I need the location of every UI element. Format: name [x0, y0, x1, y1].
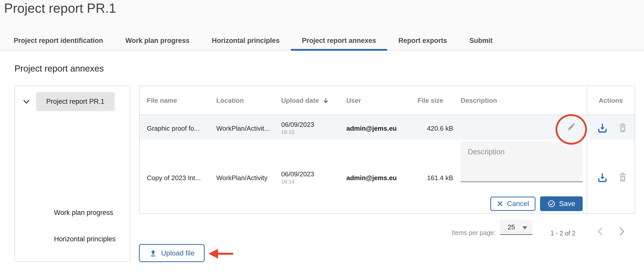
column-header-user[interactable]: User	[346, 97, 361, 105]
download-file-button[interactable]	[597, 172, 608, 183]
tab-horizontal-principles[interactable]: Horizontal principles	[201, 31, 291, 50]
upload-file-button[interactable]: Upload file	[139, 244, 205, 262]
upload-date-cell: 06/09/2023	[281, 170, 314, 178]
pencil-icon	[566, 121, 577, 132]
save-button[interactable]: Save	[540, 196, 583, 211]
description-textarea[interactable]	[461, 142, 583, 182]
annotation-arrow	[207, 247, 234, 261]
sort-arrow-down-icon	[323, 97, 329, 104]
file-size-cell: 420.6 kB	[418, 125, 453, 132]
close-icon	[497, 200, 503, 207]
tab-work-plan-progress[interactable]: Work plan progress	[114, 31, 201, 50]
page-title: Project report PR.1	[4, 1, 116, 16]
upload-date-cell: 06/09/2023	[281, 121, 314, 129]
upload-icon	[149, 249, 157, 258]
column-header-description: Description	[461, 97, 497, 105]
upload-time-cell: 16:15	[281, 129, 295, 135]
upload-time-cell: 16:14	[281, 179, 295, 185]
delete-file-button[interactable]	[617, 122, 628, 133]
previous-page-button[interactable]	[595, 226, 606, 237]
next-page-button[interactable]	[616, 226, 627, 237]
tab-project-report-identification[interactable]: Project report identification	[3, 31, 114, 50]
user-cell: admin@jems.eu	[346, 125, 397, 132]
annex-tree-panel: Project report PR.1 Work plan progress H…	[14, 86, 130, 262]
page-header: Project report PR.1 Project report ident…	[0, 0, 644, 51]
column-header-file-size[interactable]: File size	[418, 97, 443, 105]
chevron-right-icon	[616, 226, 627, 237]
download-file-button[interactable]	[597, 122, 608, 134]
page-range-label: 1 - 2 of 2	[550, 230, 576, 237]
project-report-screen: Project report PR.1 Project report ident…	[0, 0, 644, 273]
column-header-actions: Actions	[587, 97, 635, 105]
file-name-cell: Copy of 2023 Int...	[147, 174, 201, 182]
location-cell: WorkPlan/Activity	[216, 174, 267, 182]
tree-item-project-report[interactable]: Project report PR.1	[36, 92, 115, 111]
tab-report-exports[interactable]: Report exports	[387, 31, 458, 50]
active-tab-indicator	[291, 49, 387, 51]
tab-project-report-annexes[interactable]: Project report annexes	[291, 31, 387, 50]
items-per-page-label: Items per page:	[452, 229, 496, 236]
trash-icon	[617, 172, 628, 183]
chevron-left-icon	[595, 226, 606, 237]
download-icon	[597, 172, 608, 183]
items-per-page-value: 25	[508, 223, 515, 231]
dropdown-arrow-icon	[522, 226, 527, 229]
file-size-cell: 161.4 kB	[418, 174, 453, 182]
user-cell: admin@jems.eu	[346, 174, 397, 182]
column-header-upload-date[interactable]: Upload date	[281, 97, 329, 105]
trash-icon	[617, 122, 628, 133]
edit-description-button[interactable]	[566, 121, 577, 132]
table-header-row: File name Location Upload date User File…	[140, 86, 635, 115]
tab-bar: Project report identification Work plan …	[3, 31, 504, 50]
delete-file-button[interactable]	[617, 172, 628, 183]
section-heading: Project report annexes	[14, 63, 104, 74]
chevron-down-icon[interactable]	[22, 97, 31, 106]
tab-submit[interactable]: Submit	[458, 31, 504, 50]
check-circle-icon	[547, 200, 556, 208]
column-header-file-name[interactable]: File name	[147, 97, 177, 105]
column-header-location[interactable]: Location	[216, 97, 244, 105]
location-cell: WorkPlan/Activit...	[216, 125, 270, 132]
tree-item-horizontal-principles[interactable]: Horizontal principles	[54, 235, 116, 243]
download-icon	[597, 122, 608, 134]
annex-file-table: File name Location Upload date User File…	[139, 86, 635, 214]
cancel-button[interactable]: Cancel	[490, 197, 535, 211]
items-per-page-select[interactable]: 25	[500, 220, 532, 235]
tree-item-work-plan-progress[interactable]: Work plan progress	[54, 209, 113, 217]
file-name-cell: Graphic proof fo...	[147, 125, 200, 132]
